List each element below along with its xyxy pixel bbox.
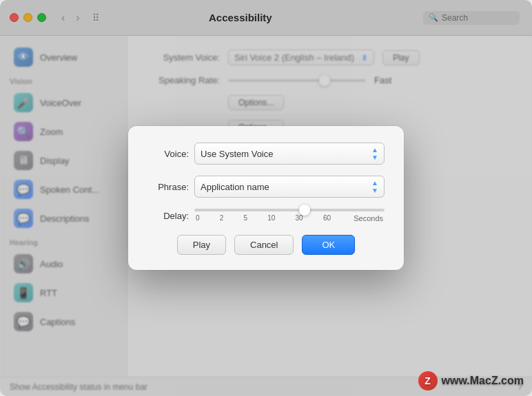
dialog-phrase-label: Phrase:	[147, 182, 189, 192]
dialog-play-button[interactable]: Play	[177, 235, 226, 255]
dialog-box: Voice: Use System Voice ▲ ▼ Phrase: Appl…	[128, 126, 404, 270]
dialog-voice-label: Voice:	[147, 149, 189, 159]
delay-ticks: 0 2 5 10 30 60 Seconds	[194, 214, 385, 222]
phrase-arrow-down: ▼	[371, 187, 378, 194]
main-window: ‹ › ⠿ Accessibility 🔍 👁 Overview Vision …	[0, 0, 532, 396]
phrase-stepper-arrows: ▲ ▼	[371, 179, 378, 194]
tick-60: 60	[323, 214, 331, 222]
phrase-arrow-up: ▲	[371, 179, 378, 187]
delay-slider-thumb[interactable]	[299, 205, 310, 216]
dialog-phrase-value: Application name	[201, 182, 269, 192]
watermark-text: www.MacZ.com	[442, 375, 524, 387]
dialog-cancel-button[interactable]: Cancel	[234, 235, 294, 255]
delay-slider-container: 0 2 5 10 30 60 Seconds	[194, 209, 385, 222]
tick-0: 0	[196, 214, 200, 222]
voice-stepper-arrows: ▲ ▼	[371, 146, 378, 161]
tick-30: 30	[296, 214, 303, 222]
dialog-phrase-row: Phrase: Application name ▲ ▼	[147, 176, 385, 198]
tick-2: 2	[220, 214, 224, 222]
dialog-buttons: Play Cancel OK	[147, 235, 385, 255]
dialog-phrase-select[interactable]: Application name ▲ ▼	[194, 176, 385, 198]
voice-arrow-down: ▼	[371, 154, 378, 161]
watermark-circle: Z	[418, 371, 438, 390]
dialog-ok-button[interactable]: OK	[302, 235, 355, 255]
dialog-voice-value: Use System Voice	[201, 149, 274, 159]
voice-arrow-up: ▲	[371, 146, 378, 154]
watermark-circle-text: Z	[424, 375, 431, 386]
delay-slider[interactable]	[194, 209, 385, 211]
tick-10: 10	[267, 214, 275, 222]
seconds-label: Seconds	[354, 214, 383, 222]
dialog-voice-select[interactable]: Use System Voice ▲ ▼	[194, 143, 385, 165]
dialog-delay-row: Delay: 0 2 5 10 30 60 Seconds	[147, 209, 385, 222]
dialog-overlay: Voice: Use System Voice ▲ ▼ Phrase: Appl…	[0, 0, 532, 396]
tick-5: 5	[244, 214, 248, 222]
dialog-delay-label: Delay:	[147, 211, 189, 221]
dialog-voice-row: Voice: Use System Voice ▲ ▼	[147, 143, 385, 165]
watermark: Z www.MacZ.com	[418, 371, 524, 390]
